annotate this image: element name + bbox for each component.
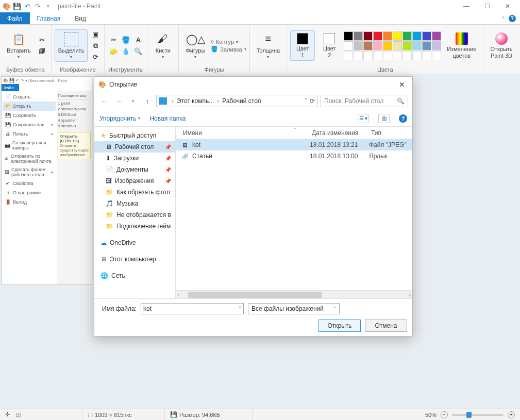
nav-item[interactable]: 🎵Музыка [94, 198, 175, 209]
nav-item[interactable]: 🖼Изображения📌 [94, 175, 175, 187]
qat-dropdown-icon[interactable]: ▾ [43, 2, 53, 11]
filemenu-item[interactable]: 📄Создать [3, 92, 56, 102]
color-swatch[interactable] [354, 31, 363, 41]
color-swatch[interactable] [383, 41, 392, 51]
recent-item[interactable]: 2 standart-pusk [58, 106, 91, 112]
color-swatch[interactable] [344, 31, 353, 41]
paint3d-button[interactable]: Открыть Paint 3D [487, 30, 516, 61]
chevron-down-icon[interactable]: ˅ [239, 306, 241, 312]
crop-icon[interactable]: ▣ [90, 29, 101, 40]
forward-button[interactable]: → [113, 95, 124, 107]
color-swatch[interactable] [393, 31, 402, 41]
recent-item[interactable]: 4 xpadder [58, 117, 91, 123]
color-swatch[interactable] [383, 31, 392, 41]
organize-button[interactable]: Упорядочить ▾ [99, 115, 140, 122]
copy-icon[interactable]: 🗐 [37, 46, 48, 57]
nav-item[interactable]: 📁Подключение гейм [94, 221, 175, 232]
search-input[interactable]: Поиск: Рабочий стол 🔍 [321, 95, 408, 107]
eraser-icon[interactable]: 🧽 [108, 46, 119, 57]
preview-pane-icon[interactable]: ▥ [378, 114, 390, 123]
nav-item[interactable]: 📁Не отображается в [94, 209, 175, 221]
collapse-ribbon-icon[interactable]: ^ [502, 15, 505, 22]
select-button[interactable]: Выделить ▾ [55, 29, 88, 62]
filemenu-item[interactable]: 📂Открыть [3, 102, 56, 111]
filemenu-item[interactable]: 🖼Сделать фоном рабочего стола▸ [3, 165, 56, 179]
col-date[interactable]: Дата изменения [310, 129, 369, 137]
recent-item[interactable]: 3 DS4tool [58, 112, 91, 117]
recent-locations-icon[interactable]: ▾ [127, 95, 139, 107]
recent-item[interactable]: 1 paint [58, 100, 91, 106]
pencil-icon[interactable]: ✏ [108, 35, 119, 45]
filemenu-item[interactable]: 🚪Выход [3, 197, 56, 207]
magnifier-icon[interactable]: 🔍 [132, 46, 144, 57]
up-button[interactable]: ↑ [142, 95, 153, 107]
close-button[interactable]: ✕ [497, 0, 518, 12]
color-swatch-empty[interactable] [422, 51, 431, 60]
cancel-button[interactable]: Отмена [365, 320, 407, 332]
filemenu-item[interactable]: ✉Отправить по электронной почте [3, 152, 56, 165]
sub-file-tab[interactable]: Файл [2, 84, 19, 91]
color-swatch[interactable] [412, 41, 422, 51]
nav-item[interactable]: 📄Документы📌 [94, 164, 175, 175]
rotate-icon[interactable]: ⟳ [90, 52, 101, 62]
nav-item[interactable]: ⬇Загрузки📌 [94, 153, 175, 164]
text-icon[interactable]: A [132, 35, 144, 45]
color-swatch[interactable] [422, 41, 431, 51]
color-swatch[interactable] [432, 31, 441, 41]
filemenu-item[interactable]: ✔Свойства [3, 179, 56, 188]
recent-item[interactable]: 5 steam-3 [58, 123, 91, 129]
col-type[interactable]: Тип [369, 129, 412, 137]
nav-item[interactable]: 🖥Рабочий стол📌 [94, 141, 175, 153]
color-swatch[interactable] [422, 31, 431, 41]
filetype-filter[interactable]: Все файлы изображений˅ [248, 303, 340, 314]
nav-item[interactable]: 📁Как обрезать фото [94, 187, 175, 198]
color1-button[interactable]: Цвет 1 [290, 30, 315, 60]
tab-file[interactable]: Файл [0, 12, 30, 24]
minimize-button[interactable]: — [456, 0, 477, 12]
color-swatch[interactable] [412, 31, 422, 41]
color-swatch-empty[interactable] [432, 51, 441, 60]
color-swatch[interactable] [402, 41, 412, 51]
color-swatch[interactable] [354, 41, 363, 51]
edit-colors-button[interactable]: Изменение цветов [443, 30, 480, 61]
zoom-out-button[interactable]: − [441, 411, 448, 418]
color-swatch-empty[interactable] [354, 51, 363, 60]
help-icon[interactable]: ? [509, 15, 516, 22]
file-row[interactable]: 🔗Статьи18.01.2018 13:00Ярлык [176, 150, 412, 162]
filemenu-item[interactable]: ℹО программе [3, 188, 56, 197]
save-icon[interactable]: 💾 [12, 2, 22, 11]
maximize-button[interactable]: ☐ [477, 0, 497, 12]
shapes-gallery[interactable]: ◯△ Фигуры ▾ [182, 29, 209, 62]
nav-thispc[interactable]: 🖥Этот компьютер [94, 254, 175, 265]
color-swatch[interactable] [373, 31, 382, 41]
chevron-down-icon[interactable]: ˅ [333, 306, 336, 312]
zoom-in-button[interactable]: + [508, 411, 515, 418]
nav-onedrive[interactable]: ☁OneDrive [94, 237, 175, 248]
color-swatch-empty[interactable] [402, 51, 412, 60]
open-button[interactable]: Открыть [318, 320, 361, 332]
col-name[interactable]: Имени [181, 129, 310, 137]
color-swatch-empty[interactable] [373, 51, 382, 60]
color2-button[interactable]: Цвет 2 [317, 30, 342, 60]
tab-view[interactable]: Вид [68, 12, 93, 24]
color-swatch[interactable] [344, 41, 353, 51]
color-swatch-empty[interactable] [393, 51, 402, 60]
back-button[interactable]: ← [98, 95, 110, 107]
color-swatch[interactable] [373, 41, 382, 51]
scrollbar-horizontal[interactable]: ‹› [176, 290, 412, 298]
color-swatch-empty[interactable] [363, 51, 373, 60]
breadcrumb-segment[interactable]: Этот компь... [177, 97, 214, 105]
resize-icon[interactable]: ⧉ [90, 41, 101, 51]
paste-button[interactable]: 📋 Вставить ▾ [3, 29, 35, 62]
help-icon[interactable]: ? [399, 114, 407, 123]
color-swatch[interactable] [363, 41, 373, 51]
color-swatch-empty[interactable] [344, 51, 353, 60]
color-swatch[interactable] [432, 41, 441, 51]
filemenu-item[interactable]: 🖨Печать▸ [3, 129, 56, 139]
nav-network[interactable]: 🌐Сеть [94, 270, 175, 281]
outline-button[interactable]: ◊Контур ▾ [211, 39, 246, 45]
filename-input[interactable]: kot˅ [141, 303, 244, 314]
file-row[interactable]: 🖼kot18.01.2018 13:21Файл "JPEG" [176, 139, 412, 150]
cut-icon[interactable]: ✂ [37, 35, 48, 45]
tab-home[interactable]: Главная [30, 12, 68, 24]
